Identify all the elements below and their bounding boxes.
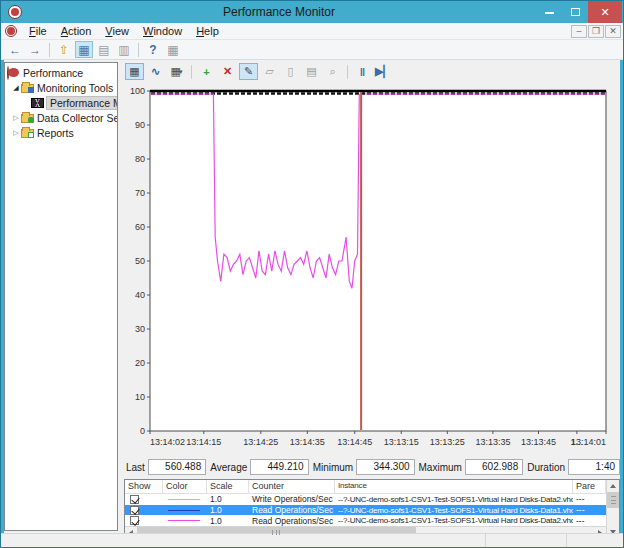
minimize-button[interactable] <box>536 1 562 23</box>
tree-item-monitoring-tools[interactable]: ◢ Monitoring Tools <box>5 80 117 95</box>
tree-label-performance-monitor: Performance Monitor <box>47 97 118 109</box>
change-graph-type-button[interactable]: ▦▾ <box>167 63 186 80</box>
step-icon: ▶▏ <box>375 65 392 78</box>
performance-monitor-icon <box>31 98 44 108</box>
console-tree-icon: ▦ <box>78 43 89 57</box>
expander-icon[interactable]: ▷ <box>11 114 21 122</box>
legend-vertical-scrollbar[interactable] <box>606 480 619 538</box>
average-label: Average <box>210 462 247 473</box>
properties-sheet-icon: ▤ <box>306 65 316 78</box>
help-icon: ? <box>149 43 156 57</box>
expander-icon[interactable]: ◢ <box>11 84 21 92</box>
duration-label: Duration <box>527 462 565 473</box>
freeze-display-button[interactable]: ‖ <box>353 63 372 80</box>
menu-file[interactable]: File <box>22 24 54 38</box>
show-checkbox[interactable] <box>130 506 139 515</box>
view-log-data-icon: ∿ <box>151 65 160 78</box>
tree-item-data-collector-sets[interactable]: ▷ Data Collector Sets <box>5 110 117 125</box>
column-counter[interactable]: Counter <box>249 480 335 493</box>
counter-name: Read Operations/Sec <box>249 515 335 526</box>
show-checkbox[interactable] <box>130 495 139 504</box>
menu-help[interactable]: Help <box>189 24 226 38</box>
console-tree-panel: Performance ◢ Monitoring Tools Performan… <box>4 62 118 531</box>
performance-monitor-window: Performance Monitor ✕ File Action View W… <box>0 0 624 548</box>
forward-button[interactable]: → <box>26 41 44 58</box>
column-scale[interactable]: Scale <box>207 480 249 493</box>
view-current-activity-button[interactable]: ▦ <box>125 63 144 80</box>
color-swatch <box>168 520 200 521</box>
column-show[interactable]: Show <box>125 480 163 493</box>
counter-row-2-selected[interactable]: 1.0 Read Operations/Sec --?-UNC-demo-sof… <box>125 505 606 516</box>
column-instance[interactable]: Instance <box>335 480 573 493</box>
delete-counter-button[interactable]: ✕ <box>218 63 237 80</box>
maximize-button[interactable] <box>562 1 588 23</box>
add-counter-button[interactable]: + <box>197 63 216 80</box>
menubar: File Action View Window Help – ❐ ✕ <box>1 23 623 40</box>
vertical-scroll-thumb[interactable] <box>607 492 619 508</box>
tree-label-data-collector-sets: Data Collector Sets <box>37 112 118 124</box>
child-minimize-button[interactable]: – <box>571 25 587 38</box>
scroll-up-icon[interactable] <box>607 480 619 492</box>
svg-text:13:13:25: 13:13:25 <box>430 437 465 447</box>
svg-text:100: 100 <box>130 86 145 96</box>
update-data-button[interactable]: ▶▏ <box>374 63 393 80</box>
maximum-label: Maximum <box>419 462 462 473</box>
up-one-level-button[interactable]: ⇧ <box>55 41 73 58</box>
expander-icon[interactable]: ▷ <box>11 129 21 137</box>
properties-button[interactable]: ▤ <box>95 41 113 58</box>
child-close-button[interactable]: ✕ <box>605 25 621 38</box>
show-checkbox[interactable] <box>130 516 139 525</box>
paste-counter-list-button[interactable]: ▯ <box>281 63 300 80</box>
tree-label-performance: Performance <box>23 67 86 79</box>
action-pane-button[interactable]: ▦ <box>164 41 182 58</box>
back-button[interactable]: ← <box>6 41 24 58</box>
highlight-button[interactable]: ✎ <box>239 63 258 80</box>
tree-item-performance[interactable]: Performance <box>5 65 117 80</box>
svg-text:13:13:35: 13:13:35 <box>475 437 510 447</box>
value-bar: Last 560.488 Average 449.210 Minimum 344… <box>124 457 620 477</box>
properties-dialog-button[interactable]: ▤ <box>302 63 321 80</box>
chart-render-target: 100908070605040302010013:14:0213:14:1513… <box>130 86 606 447</box>
action-pane-icon: ▦ <box>167 43 178 57</box>
svg-text:40: 40 <box>135 290 145 300</box>
view-log-data-button[interactable]: ∿ <box>146 63 165 80</box>
parent-value: --- <box>573 505 606 516</box>
counter-row-1[interactable]: 1.0 Write Operations/Sec --?-UNC-demo-so… <box>125 494 606 505</box>
svg-text:13:14:15: 13:14:15 <box>186 437 221 447</box>
child-restore-button[interactable]: ❐ <box>588 25 604 38</box>
column-parent[interactable]: Pare <box>573 480 606 493</box>
menu-action[interactable]: Action <box>54 24 99 38</box>
counter-legend: Show Color Scale Counter Instance Pare 1… <box>124 479 620 539</box>
counter-row-3[interactable]: 1.0 Read Operations/Sec --?-UNC-demo-sof… <box>125 515 606 526</box>
export-list-button[interactable]: ▥ <box>115 41 133 58</box>
close-button[interactable]: ✕ <box>588 1 622 23</box>
instance-name: --?-UNC-demo-sofs1-CSV1-Test-SOFS1-Virtu… <box>335 494 573 505</box>
svg-text:50: 50 <box>135 256 145 266</box>
line-graph: 100908070605040302010013:14:0213:14:1513… <box>124 83 620 455</box>
svg-text:13:14:25: 13:14:25 <box>243 437 278 447</box>
menu-window[interactable]: Window <box>136 24 189 38</box>
svg-text:10: 10 <box>135 392 145 402</box>
svg-text:0: 0 <box>140 426 145 436</box>
average-value: 449.210 <box>250 459 308 475</box>
counter-name: Write Operations/Sec <box>249 494 335 505</box>
menu-view[interactable]: View <box>98 24 136 38</box>
forward-icon: → <box>29 43 41 57</box>
svg-text:13:14:02: 13:14:02 <box>150 437 185 447</box>
dropdown-caret-icon: ▾ <box>179 68 183 76</box>
tree-item-reports[interactable]: ▷ Reports <box>5 125 117 140</box>
folder-icon <box>21 114 34 123</box>
view-current-activity-icon: ▦ <box>129 65 139 78</box>
instance-name: --?-UNC-demo-sofs1-CSV1-Test-SOFS1-Virtu… <box>335 515 573 526</box>
paste-icon: ▯ <box>287 65 293 78</box>
column-color[interactable]: Color <box>163 480 207 493</box>
performance-icon <box>7 66 9 80</box>
copy-properties-button[interactable]: ▱ <box>260 63 279 80</box>
tree-item-performance-monitor[interactable]: Performance Monitor <box>5 95 117 110</box>
tree-label-monitoring-tools: Monitoring Tools <box>37 82 116 94</box>
console-icon <box>5 25 17 37</box>
help-button[interactable]: ? <box>144 41 162 58</box>
zoom-button[interactable]: ⌕ <box>323 63 342 80</box>
show-hide-console-tree-button[interactable]: ▦ <box>75 41 93 58</box>
properties-icon: ▤ <box>98 43 109 57</box>
